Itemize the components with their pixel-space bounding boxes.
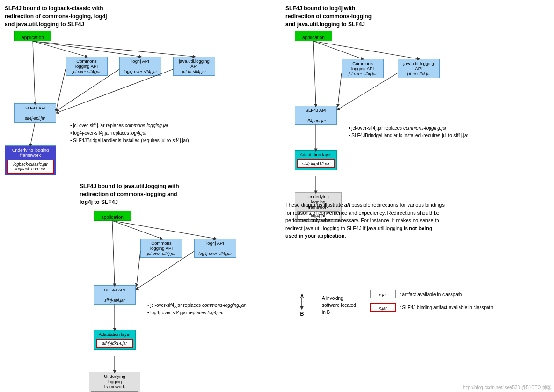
legend-area: A B A invokingsoftware locatedin B x.jar… xyxy=(289,290,542,324)
svg-line-8 xyxy=(112,221,161,239)
svg-line-17 xyxy=(313,41,316,106)
explanation-text: These diagrams illustrate all possible r… xyxy=(285,201,445,240)
diag2-notes: • jcl-over-slf4j.jar replaces commons-lo… xyxy=(147,302,246,317)
legend-arrow xyxy=(289,290,317,318)
diagram2-title: SLF4J bound to java.util.logging with re… xyxy=(80,182,220,206)
diag1-notes: • jcl-over-slf4j.jar replaces commons-lo… xyxy=(70,122,189,145)
svg-line-0 xyxy=(33,41,87,57)
diag3-commons-api: Commonslogging APIjcl-over-slf4j.jar xyxy=(342,59,384,78)
diag1-log4j-api: log4j APIlog4j-over-slf4j.jar xyxy=(119,57,161,76)
diagram3-title: SLF4J bound to log4j with redirection of… xyxy=(285,5,426,28)
watermark: http://blog.csdn.net/isea533 @51CTO 博客 xyxy=(463,385,552,391)
diag3-jul-api: java.util.loggingAPIjul-to-slf4j.jar xyxy=(398,59,440,78)
diagram3: application Commonslogging APIjcl-over-s… xyxy=(285,31,538,218)
diag3-slf4j-api: SLF4J APIslf4j-api.jar xyxy=(295,106,337,125)
svg-line-10 xyxy=(112,221,115,285)
svg-line-2 xyxy=(33,41,194,57)
diag1-slf4j-api: SLF4J APIslf4j-api.jar xyxy=(14,103,56,123)
diag1-jul-api: java.util.loggingAPIjul-to-slf4j.jar xyxy=(173,57,215,76)
diag1-application: application xyxy=(14,31,51,41)
svg-line-9 xyxy=(112,221,215,239)
svg-line-3 xyxy=(33,41,35,103)
diag2-adaptation: Adaptation layer slf4j-jdk14.jar xyxy=(94,330,136,350)
svg-line-18 xyxy=(338,73,342,106)
diag2-underlying: Underlyingloggingframework JVM runtime xyxy=(89,372,140,392)
diag3-notes: • jcl-over-slf4j.jar replaces commons-lo… xyxy=(349,124,468,139)
diag1-commons-api: Commonslogging APIjcl-over-slf4j.jar xyxy=(66,57,108,76)
legend-jar-binding-label: : SLF4J binding artifact available in cl… xyxy=(400,305,493,310)
svg-line-1 xyxy=(33,41,140,57)
diag1-underlying: Underlying loggingframework logback-clas… xyxy=(5,145,56,175)
legend-jar-artifact-label: : artifact available in classpath xyxy=(400,292,462,297)
svg-line-4 xyxy=(56,69,66,110)
legend-invoking-label: A invokingsoftware locatedin B xyxy=(322,295,356,316)
diag2-commons-api: Commonslogging APIjcl-over-slf4j.jar xyxy=(140,239,182,258)
diag3-adaptation: Adaptation layer slf4j-log412.jar xyxy=(295,150,337,170)
svg-line-19 xyxy=(338,73,398,109)
diag2-slf4j-api: SLF4J APIslf4j-api.jar xyxy=(94,285,136,305)
svg-line-16 xyxy=(313,41,419,59)
diag2-log4j-api: log4j APIlog4j-over-slf4j.jar xyxy=(194,239,236,258)
svg-line-7 xyxy=(30,122,35,145)
diag2-application: application xyxy=(94,211,131,221)
diagram1: application Commonslogging APIjcl-over-s… xyxy=(5,31,267,199)
diagram1-title: SLF4J bound to logback-classic with redi… xyxy=(5,5,145,28)
diagram2: application Commonslogging APIjcl-over-s… xyxy=(80,211,290,392)
page: SLF4J bound to logback-classic with redi… xyxy=(0,0,554,392)
svg-line-15 xyxy=(313,41,363,59)
diag3-application: application xyxy=(295,31,332,41)
svg-line-11 xyxy=(137,251,140,285)
